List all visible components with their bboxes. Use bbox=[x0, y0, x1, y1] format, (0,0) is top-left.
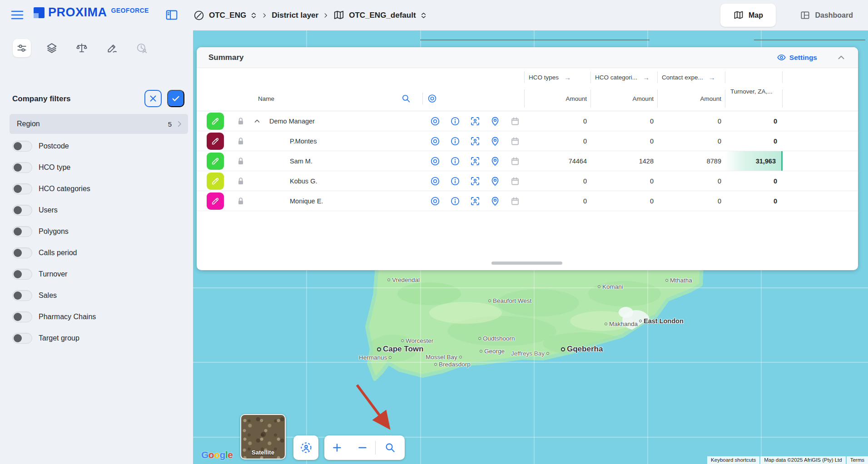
tab-compare[interactable] bbox=[73, 39, 91, 57]
column-hco-types[interactable]: HCO types→ bbox=[524, 68, 590, 86]
tab-draw[interactable] bbox=[103, 39, 121, 57]
keyboard-shortcuts-link[interactable]: Keyboard shortcuts bbox=[707, 456, 759, 464]
tab-history[interactable] bbox=[133, 39, 151, 57]
turnover-cell-highlighted: 31,963 bbox=[725, 151, 783, 171]
amount-cell: 8789 bbox=[657, 151, 725, 171]
pencil-icon bbox=[210, 156, 220, 166]
search-icon[interactable] bbox=[401, 94, 411, 104]
location-pin-icon[interactable] bbox=[490, 196, 501, 207]
lock-icon[interactable] bbox=[236, 136, 246, 146]
plus-icon bbox=[332, 442, 342, 453]
lock-icon[interactable] bbox=[236, 176, 246, 186]
location-pin-icon[interactable] bbox=[490, 136, 501, 147]
toggle-switch[interactable] bbox=[12, 226, 32, 237]
map-canvas[interactable]: Vredendal Beaufort West Komani Mthatha E… bbox=[193, 30, 868, 464]
visibility-icon[interactable] bbox=[430, 116, 441, 127]
collapse-group-icon[interactable] bbox=[253, 117, 261, 125]
info-icon[interactable] bbox=[450, 156, 461, 167]
edit-color-button[interactable] bbox=[207, 133, 224, 150]
lock-icon[interactable] bbox=[236, 196, 246, 206]
google-logo[interactable]: Google bbox=[201, 449, 233, 460]
tab-dashboard[interactable]: Dashboard bbox=[800, 4, 853, 27]
calendar-icon[interactable] bbox=[510, 116, 521, 127]
focus-user-icon[interactable] bbox=[470, 156, 481, 167]
location-pin-icon[interactable] bbox=[490, 156, 501, 167]
visibility-icon[interactable] bbox=[430, 196, 441, 207]
visibility-column-icon[interactable] bbox=[427, 94, 437, 104]
visibility-icon[interactable] bbox=[430, 176, 441, 187]
toggle-switch[interactable] bbox=[12, 290, 32, 301]
toggle-switch[interactable] bbox=[12, 311, 32, 322]
calendar-icon[interactable] bbox=[510, 156, 521, 167]
column-hco-categories[interactable]: HCO categori...→ bbox=[590, 68, 657, 86]
zoom-out-button[interactable] bbox=[350, 435, 375, 460]
map-search-button[interactable] bbox=[376, 435, 405, 460]
pencil-icon bbox=[210, 116, 220, 126]
amount-cell: 74464 bbox=[524, 151, 590, 171]
column-arrow-icon[interactable]: → bbox=[643, 74, 650, 81]
google-letter: e bbox=[228, 449, 233, 460]
column-contact-expenses[interactable]: Contact expe...→ bbox=[657, 68, 725, 86]
focus-user-icon[interactable] bbox=[470, 136, 481, 147]
horizontal-scrollbar[interactable] bbox=[491, 262, 562, 265]
edit-color-button[interactable] bbox=[207, 113, 224, 130]
toggle-switch[interactable] bbox=[12, 141, 32, 152]
tab-map[interactable]: Map bbox=[720, 4, 776, 27]
collapse-panel-icon[interactable] bbox=[836, 53, 846, 63]
amount-cell: 0 bbox=[524, 111, 590, 131]
column-arrow-icon[interactable]: → bbox=[709, 74, 715, 81]
location-pin-icon[interactable] bbox=[490, 116, 501, 127]
visibility-icon[interactable] bbox=[430, 136, 441, 147]
column-arrow-icon[interactable]: → bbox=[564, 74, 571, 81]
edit-color-button[interactable] bbox=[207, 153, 224, 170]
toggle-switch[interactable] bbox=[12, 333, 32, 344]
calendar-icon[interactable] bbox=[510, 196, 521, 207]
my-location-button[interactable] bbox=[293, 435, 318, 460]
project-select-icon[interactable] bbox=[250, 11, 257, 20]
tab-filters[interactable] bbox=[13, 39, 31, 57]
menu-icon[interactable] bbox=[11, 10, 24, 20]
map-select-icon[interactable] bbox=[420, 11, 427, 20]
map-label-makhanda: Makhanda bbox=[605, 321, 638, 327]
region-filter[interactable]: Region 5 bbox=[10, 114, 188, 134]
edit-color-button[interactable] bbox=[207, 193, 224, 210]
city-marker-icon bbox=[434, 363, 437, 365]
location-pin-icon[interactable] bbox=[490, 176, 501, 187]
visibility-icon[interactable] bbox=[430, 156, 441, 167]
column-name: Name bbox=[258, 95, 274, 102]
region-count: 5 bbox=[168, 120, 172, 128]
edit-color-button[interactable] bbox=[207, 173, 224, 190]
filter-row-polygons: Polygons bbox=[12, 226, 96, 237]
info-icon[interactable] bbox=[450, 136, 461, 147]
calendar-icon[interactable] bbox=[510, 176, 521, 187]
focus-user-icon[interactable] bbox=[470, 196, 481, 207]
info-icon[interactable] bbox=[450, 116, 461, 127]
focus-user-icon[interactable] bbox=[470, 116, 481, 127]
settings-button[interactable]: Settings bbox=[777, 53, 817, 62]
info-icon[interactable] bbox=[450, 176, 461, 187]
toggle-switch[interactable] bbox=[12, 269, 32, 280]
filter-row-users: Users bbox=[12, 205, 96, 216]
lock-icon[interactable] bbox=[236, 156, 246, 166]
toggle-switch[interactable] bbox=[12, 162, 32, 173]
toggle-switch[interactable] bbox=[12, 205, 32, 216]
clear-filters-button[interactable] bbox=[144, 90, 162, 107]
breadcrumb-section[interactable]: District layer bbox=[272, 11, 318, 20]
breadcrumb-map[interactable]: OTC_ENG_default bbox=[349, 11, 416, 20]
apply-filters-button[interactable] bbox=[167, 90, 184, 107]
city-marker-icon bbox=[478, 337, 481, 340]
lock-icon[interactable] bbox=[236, 116, 246, 126]
city-marker-icon bbox=[480, 350, 482, 352]
tab-layers[interactable] bbox=[43, 39, 61, 57]
zoom-in-button[interactable] bbox=[324, 435, 350, 460]
sidebar-toggle-icon[interactable] bbox=[165, 8, 179, 22]
amount-cell: 1428 bbox=[590, 151, 657, 171]
satellite-layer-button[interactable]: Satellite bbox=[240, 414, 286, 459]
terms-link[interactable]: Terms bbox=[847, 456, 868, 464]
toggle-switch[interactable] bbox=[12, 183, 32, 194]
toggle-switch[interactable] bbox=[12, 247, 32, 258]
calendar-icon[interactable] bbox=[510, 136, 521, 147]
focus-user-icon[interactable] bbox=[470, 176, 481, 187]
breadcrumb-project[interactable]: OTC_ENG bbox=[209, 11, 246, 20]
info-icon[interactable] bbox=[450, 196, 461, 207]
